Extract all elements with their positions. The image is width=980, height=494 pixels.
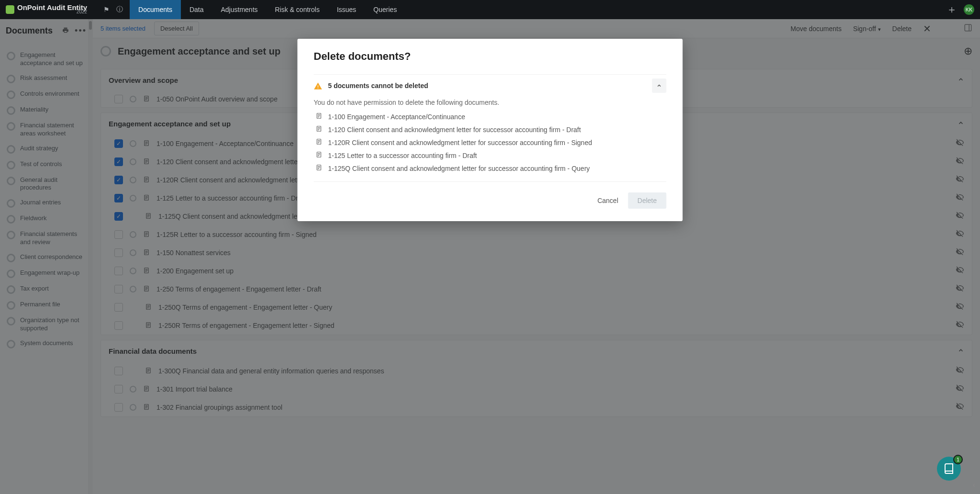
document-icon (316, 138, 323, 146)
warn-title: 5 documents cannot be deleted (328, 82, 646, 90)
help-fab[interactable]: 1 (937, 457, 961, 481)
brand-year: 2022 (77, 10, 87, 14)
flag-icon[interactable]: ⚑ (103, 6, 110, 13)
nav-tabs: DocumentsDataAdjustmentsRisk & controlsI… (130, 0, 405, 19)
tab-adjustments[interactable]: Adjustments (212, 0, 266, 19)
warn-item-name: 1-120 Client consent and acknowledgment … (328, 126, 581, 134)
warn-item-name: 1-125 Letter to a successor accounting f… (328, 152, 477, 159)
warn-item: 1-125 Letter to a successor accounting f… (314, 149, 667, 162)
tab-queries[interactable]: Queries (365, 0, 405, 19)
top-icons: ⚑ ⓘ (97, 5, 130, 14)
warn-item-name: 1-125Q Client consent and acknowledgment… (328, 165, 590, 172)
warn-item: 1-120R Client consent and acknowledgment… (314, 136, 667, 149)
document-icon (316, 151, 323, 159)
tab-data[interactable]: Data (181, 0, 212, 19)
warn-list: 1-100 Engagement - Acceptance/Continuanc… (314, 110, 667, 182)
top-nav: OnPoint Audit Entity 2022 ⚑ ⓘ DocumentsD… (0, 0, 980, 19)
document-icon (316, 164, 323, 172)
brand: OnPoint Audit Entity 2022 (6, 4, 97, 16)
collapse-warning-icon[interactable] (652, 79, 667, 93)
document-icon (316, 125, 323, 134)
warn-description: You do not have permission to delete the… (314, 97, 667, 110)
warn-item-name: 1-120R Client consent and acknowledgment… (328, 139, 592, 146)
warning-icon (314, 82, 322, 90)
brand-icon (6, 5, 14, 14)
warn-item: 1-120 Client consent and acknowledgment … (314, 123, 667, 136)
warn-item: 1-100 Engagement - Acceptance/Continuanc… (314, 110, 667, 123)
delete-modal: Delete documents? 5 documents cannot be … (298, 39, 683, 221)
info-icon[interactable]: ⓘ (116, 5, 123, 14)
tab-documents[interactable]: Documents (130, 0, 181, 19)
avatar[interactable]: KK (964, 4, 974, 15)
document-icon (316, 112, 323, 121)
modal-title: Delete documents? (314, 50, 667, 63)
tab-risk-controls[interactable]: Risk & controls (267, 0, 328, 19)
warn-item: 1-125Q Client consent and acknowledgment… (314, 162, 667, 175)
expand-caret-icon[interactable]: ‹ (973, 481, 975, 489)
cancel-button[interactable]: Cancel (597, 197, 618, 204)
fab-badge: 1 (953, 455, 963, 464)
add-icon[interactable]: ＋ (947, 2, 957, 17)
confirm-delete-button: Delete (628, 192, 666, 209)
tab-issues[interactable]: Issues (328, 0, 365, 19)
warn-item-name: 1-100 Engagement - Acceptance/Continuanc… (328, 113, 465, 121)
